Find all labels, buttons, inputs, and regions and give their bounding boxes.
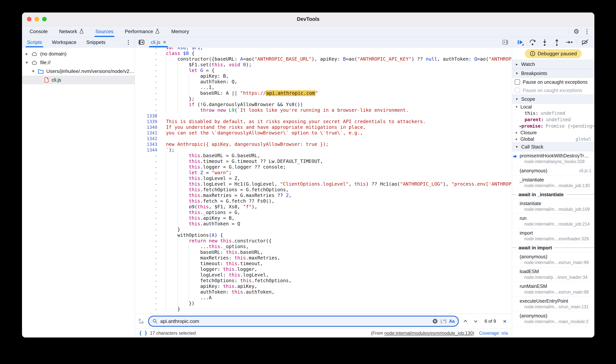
close-find-bar-icon[interactable]: × (501, 318, 508, 325)
line-number[interactable]: 1344 (135, 147, 161, 153)
line-number[interactable]: 1341 (135, 130, 161, 136)
call-stack-frame[interactable]: runMainESMnode:internal/m…es/run_main:98 (512, 282, 594, 297)
line-number[interactable]: - (135, 62, 161, 68)
replace-toggle-icon[interactable]: A↳B (139, 318, 145, 324)
line-number[interactable]: - (135, 107, 161, 113)
call-stack-frame[interactable]: (anonymous)node:internal/m…main_module:2 (512, 311, 594, 326)
line-number[interactable]: - (135, 79, 161, 85)
call-stack-frame[interactable]: instantiatenode:internal/m…module_job:10… (512, 199, 594, 214)
disclosure-down-icon[interactable]: ▾ (25, 60, 29, 65)
scope-variable-promise[interactable]: ▸promise:Promise {<pending>} (512, 123, 594, 129)
call-stack-frame[interactable]: (anonymous)cli.js:1 (512, 166, 594, 175)
line-number[interactable]: - (135, 221, 161, 227)
line-number[interactable]: - (135, 102, 161, 107)
settings-gear-icon[interactable]: ⚙ (574, 28, 579, 35)
watch-section-header[interactable]: ▸ Watch (512, 60, 594, 69)
step-over-button[interactable] (528, 38, 537, 46)
line-number[interactable]: - (135, 300, 161, 306)
tree-item-users-jinhuilee-nvm-versions-node-v2-[interactable]: ▾Users/jinhuilee/.nvm/versions/node/v2… (22, 67, 135, 76)
call-stack-frame[interactable]: _instantiatenode:internal/m…module_job:1… (512, 175, 594, 190)
line-number[interactable]: - (135, 215, 161, 221)
tree-item--no-domain-[interactable]: ▸(no domain) (22, 50, 135, 58)
navigator-tab-workspace[interactable]: Workspace (47, 37, 81, 47)
call-stack-frame[interactable]: promiseInitHookWithDestroyTr…node:intern… (512, 151, 594, 166)
line-number[interactable]: - (135, 68, 161, 73)
call-stack-frame[interactable]: (anonymous)node:internal/m…es/run_main:9… (512, 252, 594, 267)
tree-item-file-[interactable]: ▾file:// (22, 58, 135, 67)
resume-script-button[interactable] (516, 38, 525, 46)
previous-match-icon[interactable] (462, 319, 469, 324)
line-number[interactable]: - (135, 96, 161, 102)
clear-search-icon[interactable] (432, 318, 438, 324)
line-number[interactable]: - (135, 238, 161, 244)
line-number[interactable]: - (135, 164, 161, 170)
line-number[interactable]: - (135, 198, 161, 204)
line-number[interactable]: 1342 (135, 136, 161, 142)
line-number[interactable]: - (135, 181, 161, 187)
line-number[interactable]: - (135, 244, 161, 249)
next-match-icon[interactable] (472, 319, 479, 324)
line-number[interactable]: - (135, 255, 161, 261)
breakpoint-option[interactable]: Pause on uncaught exceptions (512, 78, 594, 86)
line-number[interactable]: - (135, 306, 161, 312)
show-debugger-sidebar-icon[interactable] (501, 39, 510, 45)
coverage-link[interactable]: Coverage: n/a (479, 330, 508, 336)
line-number[interactable]: - (135, 278, 161, 284)
line-number[interactable]: - (135, 204, 161, 210)
line-number[interactable]: - (135, 289, 161, 295)
scope-section-header[interactable]: ▾ Scope (512, 94, 594, 104)
deactivate-breakpoints-button[interactable] (581, 38, 589, 46)
tab-sources[interactable]: Sources (90, 26, 119, 37)
line-number[interactable]: - (135, 284, 161, 289)
line-number[interactable]: 1340 (135, 124, 161, 130)
line-number[interactable]: - (135, 261, 161, 266)
disclosure-right-icon[interactable]: ▸ (25, 52, 29, 56)
match-case-toggle-icon[interactable]: Aa (449, 319, 455, 324)
more-options-icon[interactable]: ⋮ (584, 28, 590, 35)
line-number[interactable]: - (135, 90, 161, 96)
scope-variable-parent[interactable]: parent:undefined (512, 117, 594, 123)
line-number[interactable]: - (135, 85, 161, 90)
line-number[interactable]: - (135, 170, 161, 176)
line-number[interactable]: - (135, 295, 161, 300)
minimize-window-button[interactable] (35, 17, 39, 21)
line-number[interactable]: - (135, 51, 161, 56)
line-number[interactable]: - (135, 153, 161, 158)
step-into-button[interactable] (541, 38, 549, 46)
line-number[interactable]: - (135, 193, 161, 198)
checkbox[interactable] (515, 79, 520, 85)
tab-memory[interactable]: Memory (166, 26, 195, 37)
call-stack-frame[interactable]: importnode:internal/m…esm/loader:329 (512, 229, 594, 243)
scope-group-closure[interactable]: ▸Closure (512, 129, 594, 136)
regex-toggle-icon[interactable]: (.*) (441, 319, 447, 324)
editor-tab-cli-js[interactable]: cli.js × (147, 37, 170, 47)
step-button[interactable] (565, 38, 573, 46)
tree-item-cli-js[interactable]: cli.js (22, 76, 135, 84)
disclosure-down-icon[interactable]: ▾ (31, 69, 35, 74)
line-number[interactable]: - (135, 266, 161, 272)
line-number[interactable]: - (135, 56, 161, 62)
navigator-tab-scripts[interactable]: Scripts (22, 37, 47, 47)
breakpoint-option[interactable]: Pause on caught exceptions (512, 86, 594, 94)
scope-group-local[interactable]: ▾Local (512, 104, 594, 110)
pretty-print-icon[interactable]: { } (139, 330, 147, 336)
line-number[interactable]: - (135, 158, 161, 164)
tab-console[interactable]: Console (24, 26, 53, 37)
call-stack-frame[interactable]: runnode:internal/m…module_job:214 (512, 214, 594, 229)
scope-variable-this[interactable]: this:undefined (512, 110, 594, 117)
zoom-window-button[interactable] (42, 17, 47, 21)
step-out-button[interactable] (553, 38, 561, 46)
source-map-link[interactable]: node:internal/modules/esm/module_job:130 (384, 330, 473, 336)
tab-performance[interactable]: Performance (119, 26, 166, 37)
line-number[interactable]: 1339 (135, 119, 161, 124)
line-number[interactable]: - (135, 227, 161, 232)
line-number[interactable]: - (135, 176, 161, 181)
line-number[interactable]: - (135, 272, 161, 278)
close-window-button[interactable] (27, 17, 31, 21)
call-stack-section-header[interactable]: ▾ Call Stack (512, 142, 594, 151)
code-editor[interactable]: -var Xs0, $F1;-class $8 {- constructor({… (135, 48, 512, 314)
line-number[interactable]: - (135, 48, 161, 51)
navigator-more-icon[interactable]: ⋮ (126, 39, 135, 46)
tab-network[interactable]: Network (53, 26, 89, 37)
close-tab-icon[interactable]: × (163, 39, 166, 45)
